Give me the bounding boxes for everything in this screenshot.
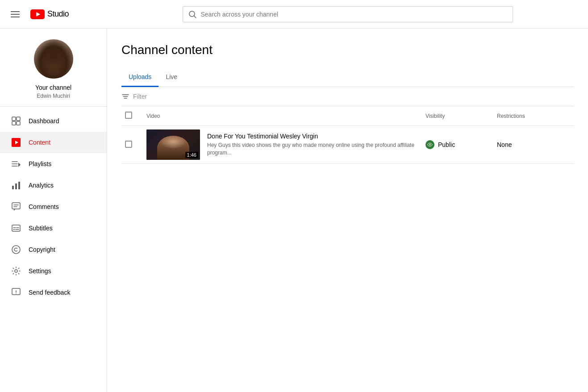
search-input-wrap [183,6,513,22]
svg-rect-18 [15,183,17,189]
sidebar-item-copyright[interactable]: Copyright [0,239,107,260]
tab-uploads[interactable]: Uploads [121,68,158,87]
svg-point-30 [15,270,17,272]
sidebar-item-playlists[interactable]: Playlists [0,153,107,175]
sidebar-item-settings[interactable]: Settings [0,260,107,282]
svg-rect-7 [12,117,16,121]
table-row: 1:46 Done For You Testimonial Wesley Vir… [121,126,574,164]
header-left: Studio [7,6,114,22]
sidebar-item-label-copyright: Copyright [29,246,55,253]
visibility-cell: Public [425,140,490,149]
svg-point-33 [16,293,17,294]
video-thumbnail[interactable]: 1:46 [146,129,200,160]
feedback-icon [11,287,21,298]
sidebar: Your channel Edwin Muchiri Dashboard [0,29,107,392]
visibility-label: Public [438,141,455,148]
sidebar-item-label-settings: Settings [29,267,51,275]
comments-icon [11,201,21,212]
content-icon [11,137,21,148]
table-body: 1:46 Done For You Testimonial Wesley Vir… [121,126,574,164]
svg-rect-0 [11,11,20,12]
subtitles-icon [11,223,21,234]
content-table: Video Visibility Restrictions [121,106,574,164]
settings-icon [11,266,21,276]
sidebar-item-label-analytics: Analytics [29,182,54,189]
sidebar-item-analytics[interactable]: Analytics [0,175,107,196]
visibility-eye-icon [425,140,434,149]
youtube-logo-icon [30,9,45,19]
header-checkbox-col [121,106,143,126]
logo-area: Studio [30,9,69,19]
sidebar-item-comments[interactable]: Comments [0,196,107,217]
channel-name: Your channel [35,84,71,91]
row-video-cell: 1:46 Done For You Testimonial Wesley Vir… [143,126,422,164]
sidebar-item-dashboard[interactable]: Dashboard [0,110,107,132]
copyright-icon [11,244,21,255]
header-video-col: Video [143,106,422,126]
sidebar-item-label-playlists: Playlists [29,160,51,167]
main-content: Channel content Uploads Live Filter [107,29,588,392]
svg-rect-17 [12,186,14,189]
sidebar-item-label-subtitles: Subtitles [29,225,53,232]
video-description: Hey Guys this video shows the guy who ma… [207,142,418,157]
search-icon [188,10,196,18]
sidebar-item-label-content: Content [29,139,50,146]
svg-rect-1 [11,14,20,15]
svg-point-38 [430,144,431,146]
layout: Your channel Edwin Muchiri Dashboard [0,29,588,392]
svg-rect-10 [17,121,20,125]
svg-rect-20 [12,203,20,209]
search-input[interactable] [201,11,507,18]
avatar [34,39,73,79]
svg-point-29 [12,246,20,254]
header: Studio [0,0,588,29]
svg-rect-19 [18,182,20,189]
sidebar-nav: Dashboard Content [0,107,107,392]
svg-rect-8 [17,117,20,121]
table-header: Video Visibility Restrictions [121,106,574,126]
filter-label[interactable]: Filter [133,93,147,100]
channel-info: Your channel Edwin Muchiri [0,29,107,107]
tabs-bar: Uploads Live [121,68,574,87]
thumb-person [157,136,189,160]
svg-marker-16 [18,163,21,167]
restrictions-value: None [497,141,512,148]
sidebar-item-content[interactable]: Content [0,132,107,153]
video-title[interactable]: Done For You Testimonial Wesley Virgin [207,133,418,140]
sidebar-item-subtitles[interactable]: Subtitles [0,217,107,239]
header-visibility-col: Visibility [422,106,493,126]
sidebar-item-label-comments: Comments [29,203,59,210]
row-checkbox-cell [121,126,143,164]
analytics-icon [11,180,21,191]
avatar-image [34,39,73,79]
search-bar [183,6,513,22]
svg-rect-9 [12,121,16,125]
svg-line-6 [194,16,196,18]
video-info: Done For You Testimonial Wesley Virgin H… [207,133,418,157]
sidebar-item-label-feedback: Send feedback [29,289,70,296]
select-all-checkbox[interactable] [125,112,132,119]
video-duration: 1:46 [185,152,198,158]
row-restrictions-cell: None [493,126,574,164]
video-cell: 1:46 Done For You Testimonial Wesley Vir… [146,129,418,160]
hamburger-menu-icon[interactable] [7,6,23,22]
tab-live[interactable]: Live [158,68,184,87]
filter-row: Filter [121,87,574,106]
filter-icon [121,92,129,100]
sidebar-item-feedback[interactable]: Send feedback [0,282,107,303]
page-title: Channel content [121,43,574,57]
studio-label: Studio [47,9,69,19]
svg-rect-24 [12,225,20,231]
header-restrictions-col: Restrictions [493,106,574,126]
svg-rect-2 [11,17,20,17]
row-visibility-cell: Public [422,126,493,164]
channel-handle: Edwin Muchiri [37,93,70,99]
playlists-icon [11,158,21,169]
dashboard-icon [11,116,21,126]
sidebar-item-label-dashboard: Dashboard [29,117,59,125]
row-checkbox[interactable] [125,141,132,148]
